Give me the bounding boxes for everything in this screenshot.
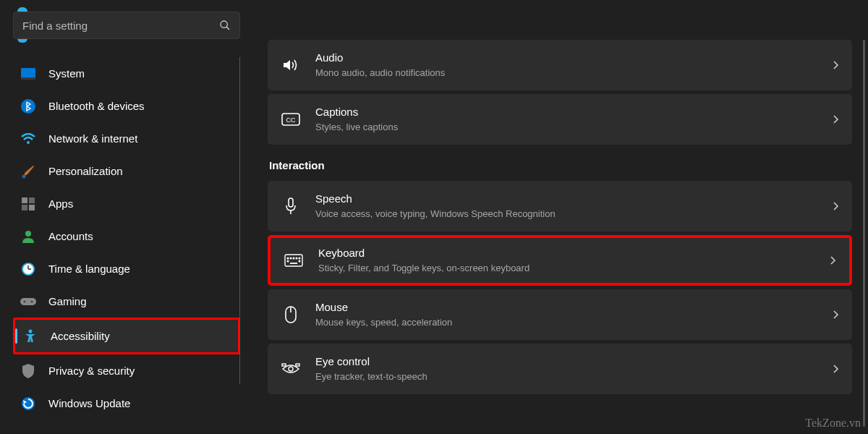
brush-icon <box>20 163 36 179</box>
card-title: Audio <box>315 51 832 65</box>
captions-icon: CC <box>281 113 301 126</box>
svg-point-11 <box>25 231 31 237</box>
svg-rect-23 <box>289 198 293 207</box>
sidebar-item-label: Accounts <box>48 230 93 242</box>
svg-point-31 <box>287 260 289 262</box>
settings-item-speech[interactable]: Speech Voice access, voice typing, Windo… <box>268 181 852 231</box>
card-title: Keyboard <box>318 247 829 260</box>
sidebar-item-label: Windows Update <box>48 397 130 409</box>
sidebar-item-label: System <box>48 67 85 80</box>
monitor-icon <box>20 66 36 82</box>
svg-point-4 <box>21 99 35 114</box>
svg-rect-38 <box>296 364 299 366</box>
settings-item-mouse[interactable]: Mouse Mouse keys, speed, acceleration <box>268 289 852 340</box>
svg-rect-7 <box>22 197 27 203</box>
speaker-icon <box>281 58 301 72</box>
sidebar-item-time[interactable]: Time & language <box>13 252 240 285</box>
gaming-icon <box>20 294 36 310</box>
svg-point-32 <box>299 260 300 262</box>
svg-text:CC: CC <box>286 116 296 124</box>
svg-point-26 <box>287 258 289 259</box>
svg-line-1 <box>226 27 229 30</box>
svg-point-19 <box>29 329 33 333</box>
sidebar-item-network[interactable]: Network & internet <box>13 122 240 155</box>
card-subtitle: Mono audio, audio notifications <box>315 67 832 80</box>
card-title: Eye control <box>315 355 832 369</box>
svg-point-5 <box>27 141 30 144</box>
svg-rect-37 <box>282 364 286 366</box>
svg-rect-9 <box>22 205 27 210</box>
card-subtitle: Sticky, Filter, and Toggle keys, on-scre… <box>318 262 829 275</box>
settings-item-keyboard[interactable]: Keyboard Sticky, Filter, and Toggle keys… <box>268 235 852 286</box>
chevron-right-icon <box>832 364 839 374</box>
card-title: Speech <box>315 192 832 206</box>
card-subtitle: Voice access, voice typing, Windows Spee… <box>315 208 832 221</box>
sidebar-item-accounts[interactable]: Accounts <box>13 220 240 252</box>
sidebar-item-label: Gaming <box>48 295 87 307</box>
apps-icon <box>20 196 36 212</box>
mouse-icon <box>281 306 301 323</box>
svg-point-36 <box>289 367 293 371</box>
sidebar-item-system[interactable]: System <box>13 57 240 90</box>
sidebar-item-personalization[interactable]: Personalization <box>13 155 240 187</box>
search-icon <box>219 20 231 31</box>
accessibility-icon <box>22 328 38 344</box>
chevron-right-icon <box>829 255 836 265</box>
sidebar-item-label: Personalization <box>48 165 123 177</box>
sidebar-item-accessibility[interactable]: Accessibility <box>15 320 238 352</box>
settings-item-captions[interactable]: CC Captions Styles, live captions <box>268 94 852 145</box>
svg-point-17 <box>24 300 26 302</box>
svg-point-0 <box>221 21 227 27</box>
sidebar-item-label: Network & internet <box>48 132 137 145</box>
update-icon <box>20 396 36 412</box>
eye-icon <box>281 362 301 376</box>
card-subtitle: Mouse keys, speed, acceleration <box>315 316 832 329</box>
svg-rect-2 <box>21 68 35 77</box>
sidebar-item-bluetooth[interactable]: Bluetooth & devices <box>13 90 240 122</box>
mic-icon <box>281 197 301 215</box>
sidebar-scrollbar[interactable] <box>239 57 240 384</box>
svg-point-30 <box>299 258 300 259</box>
svg-point-28 <box>293 258 294 259</box>
settings-item-eye-control[interactable]: Eye control Eye tracker, text-to-speech <box>268 344 852 394</box>
watermark: TekZone.vn <box>805 417 861 430</box>
sidebar-item-gaming[interactable]: Gaming <box>13 285 240 318</box>
card-title: Mouse <box>315 301 832 315</box>
search-input[interactable] <box>22 20 219 32</box>
section-heading-interaction: Interaction <box>269 159 852 171</box>
svg-rect-8 <box>29 197 35 203</box>
sidebar-item-label: Accessibility <box>51 330 110 342</box>
card-subtitle: Styles, live captions <box>315 121 832 134</box>
chevron-right-icon <box>832 201 839 211</box>
person-icon <box>20 229 36 244</box>
svg-point-18 <box>31 300 33 302</box>
svg-point-29 <box>296 258 297 259</box>
search-container[interactable] <box>13 12 240 39</box>
wifi-icon <box>20 131 36 147</box>
clock-icon <box>20 261 36 277</box>
chevron-right-icon <box>832 310 839 320</box>
bluetooth-icon <box>20 98 36 114</box>
keyboard-icon <box>284 254 304 267</box>
shield-icon <box>20 363 36 379</box>
card-subtitle: Eye tracker, text-to-speech <box>315 370 832 383</box>
svg-point-6 <box>22 174 26 178</box>
svg-point-27 <box>290 258 292 259</box>
sidebar-item-apps[interactable]: Apps <box>13 187 240 220</box>
card-title: Captions <box>315 106 832 119</box>
chevron-right-icon <box>832 114 839 124</box>
main-scrollbar[interactable] <box>863 40 865 427</box>
svg-rect-10 <box>29 205 35 210</box>
sidebar-item-privacy[interactable]: Privacy & security <box>13 354 240 387</box>
settings-item-audio[interactable]: Audio Mono audio, audio notifications <box>268 40 852 90</box>
chevron-right-icon <box>832 60 839 70</box>
svg-rect-16 <box>20 298 36 305</box>
sidebar-item-label: Privacy & security <box>48 365 135 377</box>
sidebar-item-label: Time & language <box>48 263 130 275</box>
svg-rect-3 <box>21 77 35 80</box>
sidebar-item-label: Bluetooth & devices <box>48 100 145 112</box>
sidebar-item-update[interactable]: Windows Update <box>13 387 240 420</box>
sidebar-item-label: Apps <box>48 197 73 210</box>
